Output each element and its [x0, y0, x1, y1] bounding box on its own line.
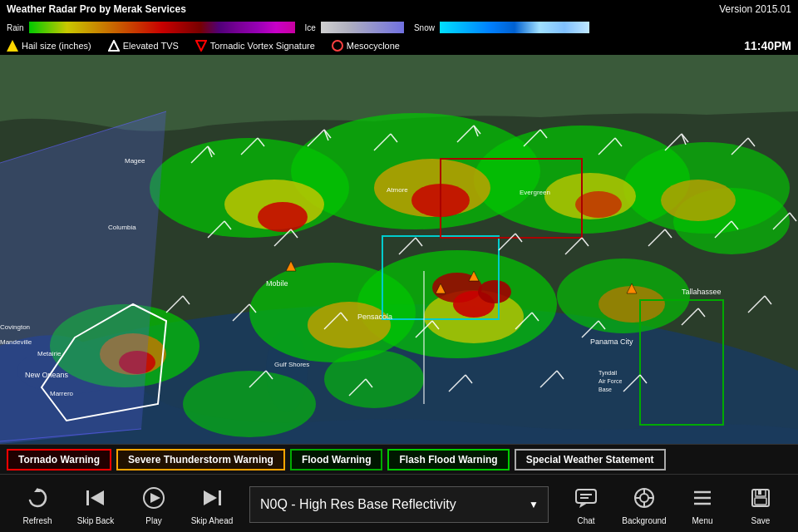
special-weather-badge[interactable]: Special Weather Statement [515, 449, 666, 470]
svg-text:Pensacola: Pensacola [357, 313, 392, 321]
rain-label: Rain [7, 23, 24, 32]
background-button[interactable]: Background [615, 476, 673, 533]
svg-marker-131 [204, 490, 217, 505]
save-label: Save [751, 516, 771, 525]
tornadic-icon [195, 40, 207, 52]
skip-ahead-button[interactable]: Skip Ahead [183, 476, 241, 533]
product-selector[interactable]: N0Q - High Res Base Reflectivity N0U - B… [249, 486, 549, 523]
app-title: Weather Radar Pro by Merak Services [7, 3, 186, 15]
svg-point-16 [324, 350, 424, 408]
refresh-label: Refresh [22, 516, 52, 525]
svg-text:Gulf Shores: Gulf Shores [274, 361, 309, 368]
time-display: 11:40PM [744, 39, 791, 52]
menu-icon [687, 483, 717, 513]
top-bar: Weather Radar Pro by Merak Services Vers… [0, 0, 798, 18]
chat-icon [571, 483, 601, 513]
flashflood-warning-badge[interactable]: Flash Flood Warning [387, 449, 509, 470]
svg-text:Covington: Covington [0, 323, 30, 331]
meso-label: Mesocyclone [347, 41, 400, 51]
select-wrapper[interactable]: N0Q - High Res Base Reflectivity N0U - B… [249, 486, 549, 523]
save-icon [746, 483, 776, 513]
background-label: Background [622, 516, 666, 525]
warning-bar: Tornado Warning Severe Thunderstorm Warn… [0, 444, 798, 474]
controls-bar: Refresh Skip Back Play Skip Ahea [0, 474, 798, 532]
hail-legend: Hail size (inches) [7, 40, 91, 52]
svg-rect-132 [576, 490, 596, 503]
meso-legend: Mesocyclone [332, 40, 400, 52]
ice-gradient [321, 22, 404, 33]
svg-text:Air Force: Air Force [598, 378, 623, 384]
play-icon [139, 483, 169, 513]
svg-text:New Orleans: New Orleans [25, 371, 69, 379]
tvs-legend: Elevated TVS [108, 40, 179, 52]
map-area[interactable]: New Orleans Metairie Mobile Pensacola Ta… [0, 55, 798, 444]
rain-gradient [29, 22, 295, 33]
product-select[interactable]: N0Q - High Res Base Reflectivity N0U - B… [249, 486, 549, 523]
svg-text:Mobile: Mobile [266, 279, 288, 288]
tvs-label: Elevated TVS [123, 41, 179, 51]
flood-warning-badge[interactable]: Flood Warning [290, 449, 383, 470]
legend-bar: Hail size (inches) Elevated TVS Tornadic… [0, 37, 798, 55]
tornadic-legend: Tornadic Vortex Signature [195, 40, 315, 52]
snow-label: Snow [414, 23, 435, 32]
app-version: Version 2015.01 [719, 3, 791, 15]
tornado-warning-badge[interactable]: Tornado Warning [7, 449, 111, 470]
svg-point-22 [308, 302, 391, 348]
save-button[interactable]: Save [732, 476, 790, 533]
hail-label: Hail size (inches) [22, 41, 91, 51]
svg-text:Mandeville: Mandeville [0, 338, 32, 346]
svg-rect-147 [755, 498, 766, 505]
skip-ahead-icon [197, 483, 227, 513]
skip-back-label: Skip Back [77, 516, 114, 525]
play-label: Play [145, 516, 161, 525]
refresh-icon [22, 483, 52, 513]
svg-text:Marrero: Marrero [50, 390, 74, 397]
svg-marker-129 [150, 493, 160, 503]
svg-text:Tyndall: Tyndall [598, 370, 618, 377]
svg-text:Panama City: Panama City [590, 337, 633, 346]
tornadic-label: Tornadic Vortex Signature [210, 41, 315, 51]
skip-back-button[interactable]: Skip Back [66, 476, 125, 533]
svg-text:Atmore: Atmore [387, 186, 408, 194]
svg-point-31 [478, 280, 511, 303]
svg-marker-1 [196, 41, 206, 51]
svg-text:Metairie: Metairie [37, 350, 62, 357]
svg-text:Evergreen: Evergreen [520, 189, 550, 196]
svg-text:Tallahassee: Tallahassee [682, 288, 722, 296]
hail-icon [7, 40, 18, 52]
svg-point-25 [258, 202, 308, 232]
menu-button[interactable]: Menu [673, 476, 732, 533]
svg-point-137 [640, 494, 648, 502]
meso-icon [332, 40, 343, 52]
color-scale-bar: Rain Ice Snow [0, 18, 798, 37]
chat-button[interactable]: Chat [557, 476, 615, 533]
svg-text:Columbia: Columbia [108, 224, 136, 231]
svg-point-20 [661, 180, 736, 221]
thunderstorm-warning-badge[interactable]: Severe Thunderstorm Warning [116, 449, 285, 470]
svg-text:Base: Base [598, 387, 612, 392]
chat-label: Chat [577, 516, 594, 525]
skip-back-icon [81, 483, 111, 513]
svg-rect-126 [86, 490, 89, 505]
svg-rect-148 [758, 490, 761, 495]
ice-label: Ice [305, 23, 316, 32]
tvs-icon [108, 40, 120, 52]
refresh-button[interactable]: Refresh [8, 476, 66, 533]
map-svg: New Orleans Metairie Mobile Pensacola Ta… [0, 55, 798, 444]
svg-text:Magee: Magee [125, 157, 145, 165]
play-button[interactable]: Play [125, 476, 183, 533]
layers-label: Menu [692, 516, 712, 525]
svg-marker-0 [109, 41, 119, 51]
background-icon [629, 483, 659, 513]
svg-point-15 [183, 371, 316, 437]
snow-gradient [440, 22, 589, 33]
skip-ahead-label: Skip Ahead [191, 516, 234, 525]
svg-rect-130 [219, 490, 221, 505]
svg-marker-127 [91, 490, 104, 505]
